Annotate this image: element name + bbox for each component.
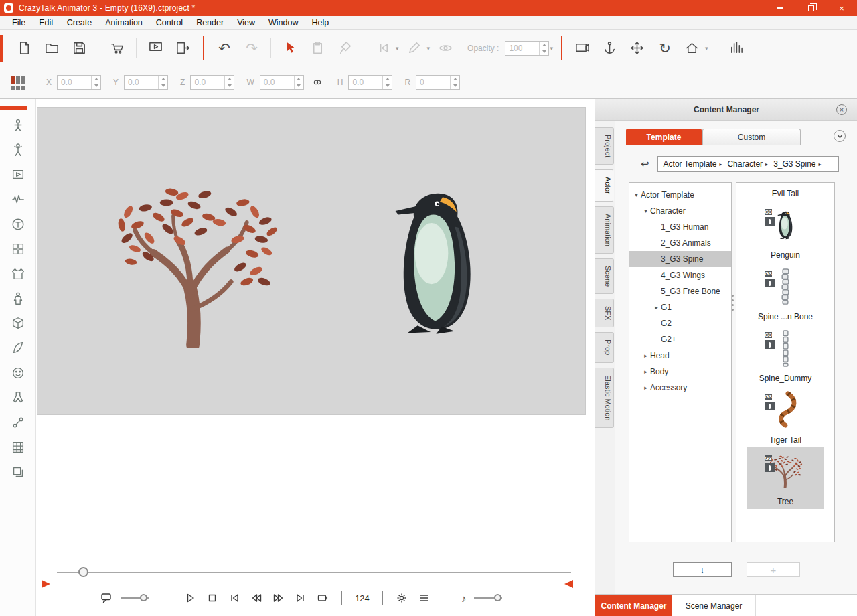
redo-button[interactable]: ↷ [240, 35, 264, 61]
tab-animation[interactable]: Animation [595, 206, 614, 254]
thumbnail-item[interactable]: G3 Spine_Dummy [747, 324, 824, 386]
tree-item[interactable]: 2_G3 Animals [629, 235, 731, 251]
bone-tool-button[interactable] [8, 414, 28, 431]
fast-forward-button[interactable] [271, 591, 286, 605]
tree-item[interactable]: 5_G3 Free Bone [629, 283, 731, 299]
tab-project[interactable]: Project [595, 127, 614, 165]
add-content-button[interactable]: + [747, 562, 800, 577]
rewind-button[interactable] [249, 591, 264, 605]
breadcrumb-character[interactable]: Character [727, 159, 763, 169]
x-field[interactable]: 0.0 [57, 75, 101, 90]
minimize-button[interactable] [765, 0, 795, 16]
actor-tool-button[interactable] [8, 117, 28, 134]
thumbnail-item[interactable]: G3 Tiger Tail [747, 386, 824, 447]
opacity-stepper[interactable] [539, 42, 548, 55]
brush-tool-button[interactable] [8, 339, 28, 357]
go-to-start-button[interactable] [227, 591, 242, 605]
caption-slider-handle[interactable] [140, 594, 147, 601]
body-tool-button[interactable] [8, 389, 28, 406]
loop-button[interactable] [315, 591, 330, 605]
motion-tool-button[interactable] [8, 141, 28, 159]
camera-view-button[interactable] [570, 35, 595, 61]
tab-actor[interactable]: Actor [595, 169, 614, 202]
fill-button[interactable] [333, 35, 357, 61]
frames-tool-button[interactable] [8, 240, 28, 258]
tree-item[interactable]: ▸Accessory [629, 380, 731, 396]
tree-item[interactable]: ▾Character [629, 203, 731, 219]
panel-close-button[interactable]: × [836, 104, 847, 115]
tree-expanded-icon[interactable]: ▾ [632, 191, 641, 198]
select-tool-button[interactable] [278, 35, 302, 61]
timeline-slider-track[interactable] [57, 572, 571, 573]
tree-item[interactable]: ▸Head [629, 348, 731, 364]
r-field[interactable]: 0 [416, 75, 460, 90]
timeline-settings-button[interactable] [394, 591, 409, 605]
y-field[interactable]: 0.0 [124, 75, 168, 90]
back-button[interactable]: ↩ [641, 158, 649, 170]
tree-item[interactable]: ▸G1 [629, 299, 731, 315]
play-button[interactable] [183, 591, 198, 605]
volume-slider-track[interactable] [474, 597, 502, 599]
save-project-button[interactable] [67, 35, 91, 61]
breadcrumb-actor-template[interactable]: Actor Template [664, 159, 717, 169]
opacity-field[interactable]: 100 [505, 41, 549, 56]
tree-collapsed-icon[interactable]: ▸ [641, 384, 650, 391]
menu-edit[interactable]: Edit [32, 18, 60, 27]
z-field[interactable]: 0.0 [190, 75, 234, 90]
tab-scene[interactable]: Scene [595, 258, 614, 294]
penguin-actor[interactable] [384, 165, 486, 358]
edit-motion-button[interactable] [402, 35, 426, 61]
menu-help[interactable]: Help [305, 18, 335, 27]
menu-window[interactable]: Window [262, 18, 305, 27]
tab-prop[interactable]: Prop [595, 332, 614, 362]
volume-icon[interactable]: ♪ [461, 593, 467, 604]
curve-editor-button[interactable] [724, 35, 748, 61]
face-tool-button[interactable] [8, 364, 28, 382]
h-field[interactable]: 0.0 [348, 75, 392, 90]
text-tool-button[interactable] [8, 216, 28, 233]
timeline-list-button[interactable] [416, 591, 431, 605]
close-button[interactable]: × [826, 0, 857, 16]
tree-actor[interactable] [106, 183, 282, 348]
visibility-button[interactable] [433, 35, 457, 61]
collapse-panel-button[interactable] [834, 130, 846, 142]
move-tool-button[interactable] [625, 35, 649, 61]
media-tool-button[interactable] [8, 166, 28, 183]
z-stepper[interactable] [224, 76, 234, 89]
tree-item[interactable]: ▸Body [629, 364, 731, 380]
prop-tool-button[interactable] [8, 315, 28, 332]
audio-tool-button[interactable] [8, 191, 28, 208]
menu-render[interactable]: Render [189, 18, 230, 27]
grid-transform-tool-button[interactable] [8, 439, 28, 456]
pivot-button[interactable] [598, 35, 622, 61]
costume-tool-button[interactable] [8, 290, 28, 307]
dropdown-caret-icon[interactable]: ▾ [427, 45, 431, 52]
volume-slider-handle[interactable] [494, 594, 501, 601]
range-marker-left[interactable] [42, 580, 50, 588]
paste-button[interactable] [305, 35, 329, 61]
frame-number-field[interactable]: 124 [341, 591, 383, 605]
stop-button[interactable] [205, 591, 220, 605]
menu-control[interactable]: Control [149, 18, 189, 27]
tree-collapsed-icon[interactable]: ▸ [641, 352, 650, 359]
menu-view[interactable]: View [230, 18, 262, 27]
r-stepper[interactable] [450, 76, 459, 89]
stage-canvas[interactable] [37, 107, 586, 415]
tree-item[interactable]: G2 [629, 315, 731, 331]
range-marker-right[interactable] [564, 580, 573, 588]
open-project-button[interactable] [40, 35, 64, 61]
thumbnail-item[interactable]: G3 Penguin [747, 201, 824, 262]
playbar-button[interactable] [371, 35, 395, 61]
x-stepper[interactable] [91, 76, 100, 89]
menu-create[interactable]: Create [60, 18, 99, 27]
breadcrumb-g3-spine[interactable]: 3_G3 Spine [773, 159, 815, 169]
menu-file[interactable]: File [5, 18, 32, 27]
tree-item[interactable]: 4_G3 Wings [629, 267, 731, 283]
link-wh-button[interactable] [309, 70, 325, 95]
content-store-button[interactable] [105, 35, 129, 61]
thumbnail-item[interactable]: Evil Tail [747, 185, 824, 201]
timeline-slider-handle[interactable] [78, 567, 88, 577]
y-stepper[interactable] [158, 76, 167, 89]
duplicate-tool-button[interactable] [8, 463, 28, 481]
tree-item-selected[interactable]: 3_G3 Spine [629, 251, 731, 267]
